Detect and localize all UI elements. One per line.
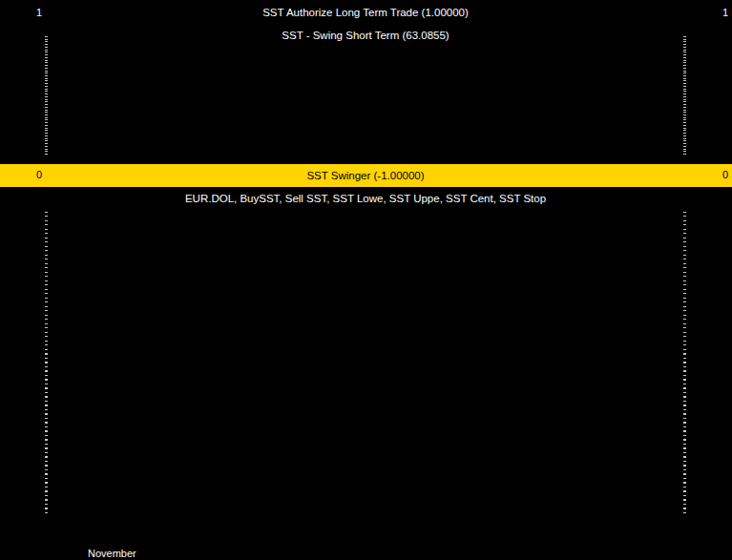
price-axis-minor-ticks-right [683, 212, 686, 514]
swing-axis-minor-ticks-right [683, 36, 686, 156]
price-panel-title: EUR.DOL, BuySST, Sell SST, SST Lowe, SST… [51, 193, 680, 204]
authorize-ylabel-left: 1 [0, 7, 42, 18]
authorize-panel-title: SST Authorize Long Term Trade (1.00000) [51, 7, 680, 18]
swinger-panel-title: SST Swinger (-1.00000) [51, 170, 680, 181]
swing-axis-minor-ticks-left [45, 36, 48, 156]
swing-panel-title: SST - Swing Short Term (63.0855) [51, 30, 680, 41]
authorize-ylabel-right: 1 [682, 7, 728, 18]
swinger-ylabel-left: 0 [0, 169, 42, 180]
swinger-ylabel-right: 0 [682, 169, 728, 180]
trading-chart-window: SST Authorize Long Term Trade (1.00000) … [0, 0, 732, 560]
month-label: November [88, 548, 136, 559]
chart-canvas[interactable] [0, 0, 732, 560]
price-axis-minor-ticks-left [45, 212, 48, 514]
